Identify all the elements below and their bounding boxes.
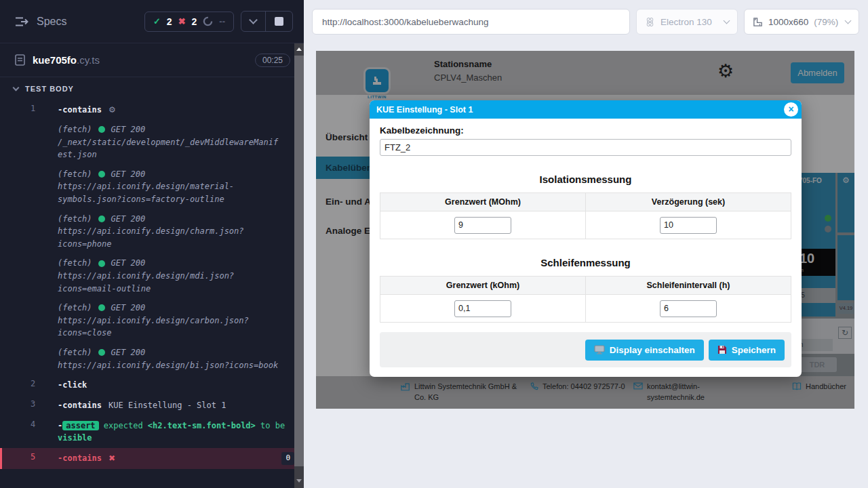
test-body-toggle[interactable]: TEST BODY [0,77,304,100]
scroll-up-arrow[interactable] [296,47,302,51]
assert-badge: assert [62,421,98,430]
specs-label[interactable]: Specs [37,16,144,28]
pending-spinner-icon [203,16,213,26]
fetch-url: https://api.iconify.design/carbon.json?i… [58,314,281,340]
status-dot-icon [98,171,105,178]
kabelbezeichnung-input[interactable] [380,139,791,156]
pending-count: -- [219,16,225,26]
schleifenmessung-table: Grenzwert (kOhm) Schleifenintervall (h) [380,276,791,323]
scrollbar-thumb[interactable] [294,56,304,466]
chevron-down-icon [845,18,852,24]
viewport-size: 1000x660 [768,17,808,27]
status-dot-icon [98,126,105,133]
command-number: 2 [0,379,58,388]
isolationsmessung-table: Grenzwert (MOhm) Verzögerung (sek) [380,192,791,239]
schleifenintervall-input[interactable] [660,300,717,317]
button-label: Speichern [732,345,776,355]
passed-count: 2 [167,16,172,27]
spec-row[interactable]: kue705fo.cy.ts 00:25 [0,43,304,77]
spec-extension: .cy.ts [77,54,100,66]
fetch-label: (fetch) [58,302,92,314]
close-icon[interactable]: × [784,102,798,117]
assert-element: <h2.text-sm.font-bold> [148,421,256,430]
cypress-reporter: Specs ✓ 2 ✖ 2 -- kue705fo.cy.ts 00:25 TE… [0,0,304,488]
stop-icon [275,17,283,26]
fetch-log-entry[interactable]: (fetch)GET 200 https://api.iconify.desig… [0,298,304,343]
button-label: Display einschalten [610,345,695,355]
kue-settings-modal: KUE Einstellung - Slot 1 × Kabelbezeichn… [370,100,802,377]
spec-file-icon [15,54,25,66]
command-number: 4 [0,420,58,429]
status-dot-icon [98,349,105,356]
collapse-button[interactable] [241,12,265,31]
grenzwert-mohm-input[interactable] [454,217,511,234]
runner-controls [241,11,293,32]
section-title: Schleifenmessung [380,257,791,268]
column-header: Grenzwert (kOhm) [380,277,586,295]
modal-footer: Display einschalten Speichern [380,332,791,367]
table-cell [586,211,791,239]
command-row[interactable]: 2 -click [0,375,304,395]
scroll-down-arrow[interactable] [296,479,302,483]
fetch-url: https://api.iconify.design/bi.json?icons… [58,359,281,372]
url-text: http://localhost:3000/kabelueberwachung [322,17,488,27]
fetch-label: (fetch) [58,213,92,226]
modal-header: KUE Einstellung - Slot 1 × [370,100,802,119]
failed-icon: ✖ [178,16,186,26]
fetch-status: GET 200 [111,346,146,359]
aut-stage: http://localhost:3000/kabelueberwachung … [304,0,868,488]
command-row[interactable]: 1 -contains⚙ [0,100,304,120]
match-count-badge: 0 [281,452,294,465]
fetch-url: https://api.iconify.design/mdi.json?icon… [58,270,281,295]
reporter-scrollbar[interactable] [294,43,304,488]
fetch-label: (fetch) [58,168,92,181]
failed-count: 2 [192,16,197,27]
table-cell [586,295,791,323]
fetch-log-entry[interactable]: (fetch)GET 200 https://api.iconify.desig… [0,165,304,209]
spec-name: kue705fo.cy.ts [33,54,100,66]
fetch-log-entry[interactable]: (fetch)GET 200 https://api.iconify.desig… [0,343,304,375]
chevron-down-icon [13,84,20,91]
verzoegerung-input[interactable] [660,217,717,234]
fetch-status: GET 200 [111,302,146,314]
fetch-status: GET 200 [111,168,146,181]
schleifenmessung-section: Schleifenmessung Grenzwert (kOhm) Schlei… [380,257,791,323]
specs-menu-icon[interactable] [15,16,28,27]
command-number: 1 [0,104,58,113]
table-cell [380,295,586,323]
column-header: Grenzwert (MOhm) [380,193,586,211]
speichern-button[interactable]: Speichern [709,340,785,361]
command-log: 1 -contains⚙ (fetch)GET 200 /_next/stati… [0,100,304,469]
section-title: Isolationsmessung [380,174,791,185]
reporter-header: Specs ✓ 2 ✖ 2 -- [0,0,304,43]
table-cell [380,211,586,239]
status-dot-icon [98,260,105,267]
fetch-status: GET 200 [111,257,146,270]
command-row[interactable]: 3 -containsKUE Einstellung - Slot 1 [0,395,304,415]
stop-button[interactable] [266,12,292,31]
fetch-log-entry[interactable]: (fetch)GET 200 /_next/static/development… [0,120,304,165]
modal-title: KUE Einstellung - Slot 1 [376,105,784,115]
status-dot-icon [98,304,105,311]
fetch-log-entry[interactable]: (fetch)GET 200 https://api.iconify.desig… [0,253,304,298]
command-name: -click [58,380,87,390]
fetch-label: (fetch) [58,346,92,359]
command-number: 3 [0,399,58,409]
column-header: Schleifenintervall (h) [586,277,791,295]
failed-command-row[interactable]: 5 -contains✖0 [0,448,304,469]
viewport-selector[interactable]: 1000x660 (79%) [744,9,859,35]
display-einschalten-button[interactable]: Display einschalten [585,340,704,361]
assert-row[interactable]: 4 -assert expected <h2.text-sm.font-bold… [0,415,304,448]
assert-message: to be [260,421,285,430]
grenzwert-kohm-input[interactable] [454,300,511,317]
passed-icon: ✓ [153,16,161,26]
fetch-url: https://api.iconify.design/material-symb… [58,180,281,205]
monitor-icon [594,345,605,354]
command-name: -contains [58,105,102,115]
browser-selector[interactable]: Electron 130 [636,9,738,35]
fetch-url: /_next/static/development/_devMiddleware… [58,136,281,161]
test-stats: ✓ 2 ✖ 2 -- [144,12,234,32]
fetch-log-entry[interactable]: (fetch)GET 200 https://api.iconify.desig… [0,209,304,254]
electron-icon [645,17,655,27]
url-bar[interactable]: http://localhost:3000/kabelueberwachung [312,9,630,35]
